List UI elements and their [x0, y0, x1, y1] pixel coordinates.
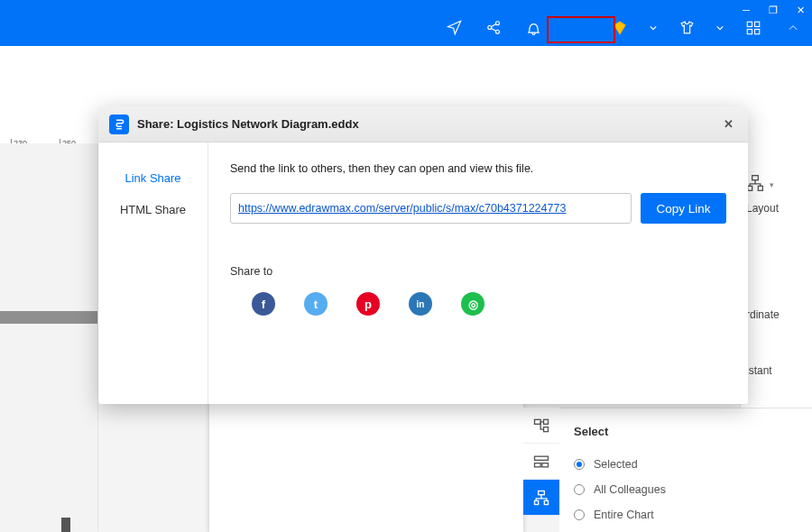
pinterest-icon[interactable]: p: [356, 292, 380, 316]
tab-link-share[interactable]: Link Share: [98, 162, 208, 194]
radio-label: Entire Chart: [594, 509, 654, 521]
line-icon[interactable]: ◎: [461, 292, 484, 316]
svg-rect-11: [544, 419, 549, 424]
share-link-field[interactable]: https://www.edrawmax.com/server/public/s…: [230, 193, 632, 224]
send-icon[interactable]: [444, 18, 464, 38]
radio-label: All Colleagues: [594, 483, 666, 496]
org-chart-icon[interactable]: [746, 174, 764, 195]
svg-rect-14: [535, 463, 541, 466]
social-row: f t p in ◎: [230, 292, 726, 316]
svg-rect-7: [752, 176, 759, 180]
copy-link-button[interactable]: Copy Link: [641, 193, 726, 224]
titlebar: ─ ❐ ✕: [0, 0, 812, 46]
select-panel: Select Selected All Colleagues Entire Ch…: [559, 408, 812, 532]
dock-org-button[interactable]: [523, 480, 559, 516]
svg-point-2: [495, 30, 499, 33]
radio-selected[interactable]: Selected: [574, 458, 798, 471]
share-icon[interactable]: [484, 18, 503, 38]
svg-point-1: [495, 22, 499, 25]
apps-icon[interactable]: [743, 18, 763, 38]
share-modal: Share: Logistics Network Diagram.eddx ✕ …: [98, 106, 748, 404]
sidebar-stub: [61, 518, 70, 532]
diamond-dropdown-icon[interactable]: [650, 18, 657, 38]
radio-all-colleagues[interactable]: All Colleagues: [574, 483, 798, 496]
titlebar-icons: [444, 18, 803, 38]
modal-header: Share: Logistics Network Diagram.eddx ✕: [98, 106, 748, 142]
svg-rect-3: [747, 22, 752, 26]
tool-dock: [523, 408, 559, 516]
modal-close-button[interactable]: ✕: [719, 115, 737, 133]
svg-rect-12: [544, 427, 549, 431]
linkedin-icon[interactable]: in: [409, 292, 432, 316]
assistant-label: istant: [746, 364, 772, 377]
sidebar-scrollbar[interactable]: [0, 311, 97, 324]
svg-rect-8: [748, 186, 752, 190]
bell-icon[interactable]: [523, 18, 543, 38]
modal-sidebar: Link Share HTML Share: [98, 142, 208, 404]
svg-rect-10: [535, 419, 541, 424]
shirt-icon[interactable]: [677, 18, 697, 38]
close-button[interactable]: ✕: [794, 4, 807, 16]
radio-entire-chart[interactable]: Entire Chart: [574, 509, 798, 521]
modal-main: Send the link to others, then they can o…: [208, 142, 748, 404]
chevron-up-icon[interactable]: [783, 18, 803, 38]
svg-rect-16: [539, 491, 545, 494]
twitter-icon[interactable]: t: [304, 292, 328, 316]
layout-label: Layout: [746, 202, 779, 215]
svg-rect-6: [755, 29, 760, 33]
svg-rect-15: [542, 463, 549, 466]
left-sidebar: [0, 143, 98, 531]
svg-rect-9: [758, 186, 762, 190]
svg-rect-17: [535, 500, 539, 504]
svg-rect-5: [747, 29, 752, 33]
dock-layout-button[interactable]: [523, 444, 559, 480]
modal-body: Link Share HTML Share Send the link to o…: [98, 142, 748, 404]
modal-instruction: Send the link to others, then they can o…: [230, 162, 726, 175]
diamond-icon[interactable]: [610, 18, 630, 38]
minimize-button[interactable]: ─: [740, 4, 752, 16]
svg-rect-18: [544, 500, 548, 504]
shirt-dropdown-icon[interactable]: [716, 18, 724, 38]
dock-sitemap-button[interactable]: [523, 408, 559, 444]
share-to-label: Share to: [230, 265, 726, 278]
modal-title: Share: Logistics Network Diagram.eddx: [137, 117, 359, 131]
svg-rect-4: [755, 22, 760, 26]
svg-point-0: [487, 26, 491, 30]
app-logo-icon: [109, 115, 129, 134]
coordinate-label: rdinate: [746, 308, 780, 321]
radio-label: Selected: [594, 458, 638, 471]
maximize-button[interactable]: ❐: [767, 4, 780, 16]
facebook-icon[interactable]: f: [252, 292, 275, 316]
svg-rect-13: [535, 456, 549, 460]
window-controls: ─ ❐ ✕: [740, 4, 807, 16]
select-panel-title: Select: [574, 425, 798, 438]
tab-html-share[interactable]: HTML Share: [98, 194, 208, 225]
